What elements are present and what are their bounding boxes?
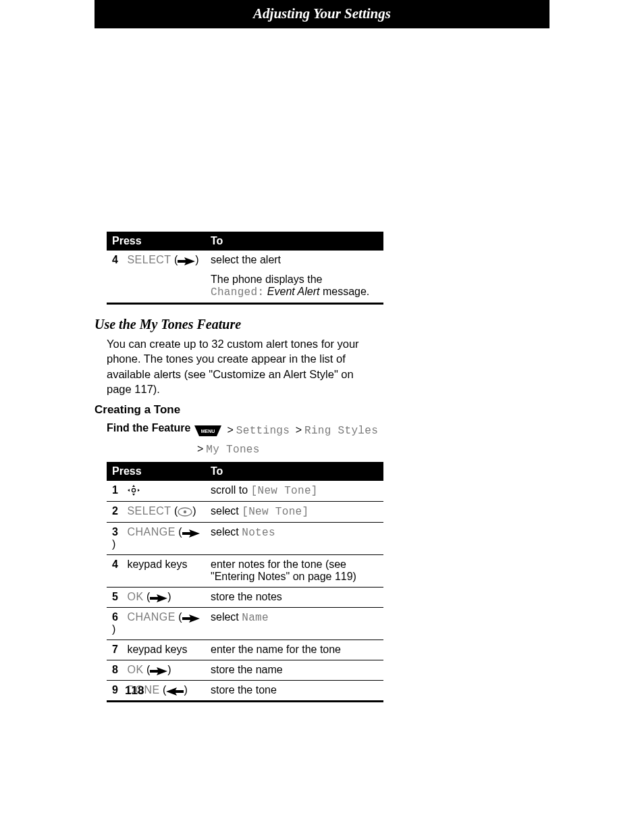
svg-point-7 <box>184 511 186 513</box>
step-number: 4 <box>112 254 124 266</box>
step-action: select the alert <box>205 251 383 270</box>
step-action: store the name <box>205 660 383 681</box>
table-row: 7 keypad keysenter the name for the tone <box>107 640 383 660</box>
right-softkey-icon <box>182 615 200 623</box>
table-row: 6 CHANGE ()select Name <box>107 608 383 640</box>
left-softkey-icon <box>166 687 184 696</box>
step-number: 1 <box>112 484 124 496</box>
table-row: 8 OK ()store the name <box>107 660 383 681</box>
key-label: keypad keys <box>127 644 187 655</box>
svg-marker-2 <box>132 485 135 487</box>
right-softkey-icon <box>150 667 167 675</box>
table-press-to-1: Press To 4 SELECT () select the alert Th… <box>107 232 383 305</box>
step-action: select Notes <box>205 523 383 555</box>
menu-key-icon: MENU <box>194 425 221 441</box>
table-row: 1 scroll to [New Tone] <box>107 481 383 502</box>
step-number: 9 <box>112 684 124 696</box>
find-feature-label: Find the Feature <box>107 422 194 458</box>
table-row: 4 keypad keysenter notes for the tone (s… <box>107 555 383 588</box>
col-to: To <box>205 462 383 481</box>
table-press-to-2: Press To 1 scroll to [New Tone]2 SELECT … <box>107 462 383 702</box>
subheading: Creating a Tone <box>95 403 549 417</box>
step-number: 5 <box>112 591 124 603</box>
svg-marker-4 <box>128 489 130 492</box>
svg-point-1 <box>132 488 136 492</box>
section-paragraph: You can create up to 32 custom alert ton… <box>107 336 377 396</box>
right-softkey-icon <box>150 594 167 602</box>
step-action: enter notes for the tone (see "Entering … <box>205 555 383 588</box>
table-row: 3 CHANGE ()select Notes <box>107 523 383 555</box>
key-label: keypad keys <box>127 558 187 570</box>
softkey-label: OK <box>127 664 143 675</box>
step-action: store the notes <box>205 588 383 608</box>
step-action: select [New Tone] <box>205 502 383 523</box>
svg-text:MENU: MENU <box>201 429 215 434</box>
page-number: 118 <box>125 684 144 698</box>
step-number: 4 <box>112 558 124 571</box>
table-row: 2 SELECT ()select [New Tone] <box>107 502 383 523</box>
step-number: 7 <box>112 644 124 656</box>
find-the-feature: Find the Feature MENU >Settings >Ring St… <box>107 422 549 458</box>
right-softkey-icon <box>182 529 200 538</box>
nav-4way-icon <box>127 485 140 496</box>
table-row: The phone displays the Changed: Event Al… <box>107 270 383 304</box>
step-note: The phone displays the Changed: Event Al… <box>205 270 383 304</box>
section-heading: Use the My Tones Feature <box>95 317 549 332</box>
table-row: 4 SELECT () select the alert <box>107 251 383 270</box>
svg-marker-3 <box>132 494 135 496</box>
col-press: Press <box>107 462 205 481</box>
step-number: 6 <box>112 611 124 623</box>
step-action: enter the name for the tone <box>205 640 383 660</box>
table-row: 5 OK ()store the notes <box>107 588 383 608</box>
step-action: select Name <box>205 608 383 640</box>
softkey-label: SELECT <box>127 505 171 517</box>
col-press: Press <box>107 232 205 251</box>
step-number: 2 <box>112 505 124 517</box>
table-row: 9 DONE ()store the tone <box>107 681 383 702</box>
svg-marker-5 <box>138 489 140 492</box>
softkey-label: SELECT <box>127 254 171 265</box>
step-number: 3 <box>112 526 124 538</box>
page-title-bar: Adjusting Your Settings <box>95 0 549 28</box>
find-feature-path: MENU >Settings >Ring Styles >My Tones <box>194 422 549 458</box>
right-softkey-icon <box>178 257 195 265</box>
page-body: Press To 4 SELECT () select the alert Th… <box>0 46 644 834</box>
softkey-label: CHANGE <box>127 611 175 623</box>
center-select-icon <box>178 507 192 517</box>
step-action: scroll to [New Tone] <box>205 481 383 502</box>
col-to: To <box>205 232 383 251</box>
softkey-label: OK <box>127 591 143 602</box>
softkey-label: CHANGE <box>127 526 175 538</box>
step-action: store the tone <box>205 681 383 702</box>
step-number: 8 <box>112 664 124 676</box>
